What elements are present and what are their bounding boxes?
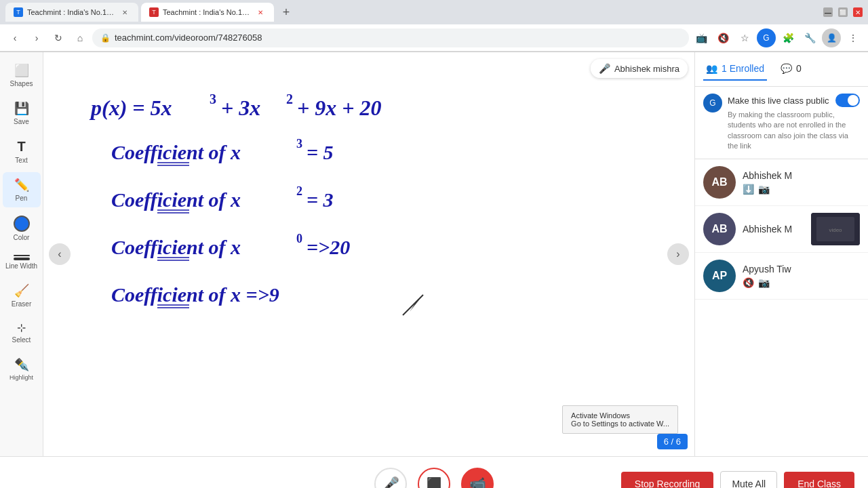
tool-shapes[interactable]: ⬜ Shapes bbox=[3, 58, 41, 93]
participants-list: AB Abhishek M ⬇️ 📷 AB Abhishek M bbox=[695, 159, 868, 456]
tab-favicon-1: T bbox=[14, 7, 23, 17]
pen-icon: ✏️ bbox=[14, 178, 29, 192]
extensions-icon[interactable]: G bbox=[757, 28, 776, 47]
tool-highlight[interactable]: ✒️ Highlight bbox=[3, 352, 41, 386]
tab-close-2[interactable]: ✕ bbox=[255, 7, 266, 18]
maximize-button[interactable]: ⬜ bbox=[838, 7, 848, 17]
back-button[interactable]: ‹ bbox=[5, 28, 24, 47]
participant-item: AB Abhishek M ⬇️ 📷 bbox=[695, 159, 868, 206]
video-off-icon-1: 📷 bbox=[758, 184, 770, 195]
svg-text:Coefficient of x: Coefficient of x bbox=[111, 188, 241, 211]
mic-indicator: 🎤 Abhishek mishra bbox=[591, 59, 688, 78]
right-panel: 👥 1 Enrolled 💬 0 G Make this live class … bbox=[694, 52, 868, 456]
public-label: Make this live class public bbox=[728, 96, 829, 106]
participant-initials-1: AB bbox=[711, 176, 727, 188]
participant-icons-3: 🔇 📷 bbox=[743, 277, 860, 288]
color-circle bbox=[14, 216, 30, 232]
svg-text:3: 3 bbox=[296, 137, 302, 150]
cast-icon[interactable]: 📺 bbox=[692, 28, 711, 47]
tool-color[interactable]: Color bbox=[3, 210, 41, 247]
public-row: Make this live class public bbox=[728, 94, 860, 107]
participant-icons-1: ⬇️ 📷 bbox=[743, 184, 860, 195]
mute-all-button[interactable]: Mute All bbox=[720, 471, 777, 489]
menu-icon[interactable]: ⋮ bbox=[844, 28, 863, 47]
video-btn-icon: 📹 bbox=[469, 476, 486, 489]
next-page-button[interactable]: › bbox=[667, 243, 689, 265]
participant-item-3: AP Apyush Tiw 🔇 📷 bbox=[695, 253, 868, 300]
browser-tab-2[interactable]: T Teachmint : India's No.1 Onl... ✕ bbox=[141, 3, 274, 22]
mic-indicator-icon: 🎤 bbox=[599, 63, 610, 74]
previous-page-button[interactable]: ‹ bbox=[49, 243, 71, 265]
participant-info-2: Abhishek M bbox=[743, 224, 804, 235]
public-avatar-icon: G bbox=[709, 98, 715, 108]
address-bar[interactable]: 🔒 teachmint.com/videoroom/748276058 bbox=[92, 28, 689, 47]
enrolled-icon: 👥 bbox=[706, 63, 717, 74]
svg-text:Coefficient of x =>9: Coefficient of x =>9 bbox=[111, 283, 279, 306]
svg-text:Coefficient of x: Coefficient of x bbox=[111, 141, 241, 163]
enrolled-count: 1 Enrolled bbox=[722, 63, 764, 74]
participant-avatar-1: AB bbox=[703, 166, 736, 199]
svg-text:p(x) = 5x: p(x) = 5x bbox=[89, 96, 172, 120]
minimize-button[interactable]: — bbox=[823, 7, 833, 17]
public-avatar: G bbox=[703, 94, 722, 113]
tab-label-2: Teachmint : India's No.1 Onl... bbox=[163, 8, 251, 16]
end-class-button[interactable]: End Class bbox=[784, 472, 854, 489]
whiteboard[interactable]: p(x) = 5x 3 + 3x 2 + 9x + 20 Coefficient… bbox=[43, 52, 694, 456]
mic-button[interactable]: 🎤 bbox=[374, 468, 407, 489]
eraser-icon: 🧹 bbox=[14, 283, 29, 298]
browser-actions: 📺 🔇 ☆ G 🧩 🔧 👤 ⋮ bbox=[692, 28, 863, 47]
tab-close-1[interactable]: ✕ bbox=[119, 7, 130, 18]
svg-text:=>20: =>20 bbox=[307, 236, 350, 258]
chat-tab[interactable]: 💬 0 bbox=[778, 58, 804, 81]
shapes-label: Shapes bbox=[10, 80, 33, 87]
tool-linewidth[interactable]: Line Width bbox=[3, 249, 41, 275]
public-toggle-section: G Make this live class public By making … bbox=[695, 87, 868, 159]
tool-select[interactable]: ⊹ Select bbox=[3, 316, 41, 349]
stop-recording-button[interactable]: Stop Recording bbox=[621, 472, 714, 489]
svg-text:2: 2 bbox=[286, 92, 293, 106]
bottom-center-controls: 🎤 ⬛ 📹 bbox=[374, 468, 494, 489]
video-button[interactable]: 📹 bbox=[461, 468, 494, 489]
svg-text:+ 3x: + 3x bbox=[221, 96, 260, 120]
shapes-icon: ⬜ bbox=[14, 63, 29, 78]
tab-label-1: Teachmint : India's No.1 Online T... bbox=[27, 8, 115, 16]
close-window-button[interactable]: ✕ bbox=[853, 7, 863, 17]
toggle-thumb bbox=[848, 95, 859, 106]
bottom-bar: 🎤 ⬛ 📹 Stop Recording Mute All End Class bbox=[0, 456, 868, 488]
browser-tab-1[interactable]: T Teachmint : India's No.1 Online T... ✕ bbox=[5, 3, 138, 22]
tool-pen[interactable]: ✏️ Pen bbox=[3, 172, 41, 207]
mic-user-name: Abhishek mishra bbox=[614, 64, 679, 74]
svg-text:video: video bbox=[829, 227, 842, 233]
svg-text:3: 3 bbox=[210, 92, 216, 106]
reload-button[interactable]: ↻ bbox=[49, 28, 68, 47]
public-content: Make this live class public By making th… bbox=[728, 94, 860, 152]
forward-button[interactable]: › bbox=[27, 28, 46, 47]
svg-text:0: 0 bbox=[296, 232, 302, 245]
audio-muted-icon-3: 🔇 bbox=[743, 277, 754, 288]
extension-btn-2[interactable]: 🔧 bbox=[800, 28, 819, 47]
whiteboard-content: p(x) = 5x 3 + 3x 2 + 9x + 20 Coefficient… bbox=[43, 52, 694, 456]
highlight-icon: ✒️ bbox=[14, 357, 29, 372]
public-toggle-switch[interactable] bbox=[835, 94, 860, 107]
lock-icon: 🔒 bbox=[100, 33, 111, 43]
mute-tab-icon[interactable]: 🔇 bbox=[713, 28, 732, 47]
text-icon: T bbox=[17, 139, 25, 155]
video-off-icon-3: 📷 bbox=[758, 277, 770, 288]
enrolled-tab[interactable]: 👥 1 Enrolled bbox=[703, 58, 767, 81]
pen-label: Pen bbox=[16, 195, 28, 202]
svg-text:+ 9x + 20: + 9x + 20 bbox=[297, 96, 381, 120]
new-tab-button[interactable]: + bbox=[277, 3, 296, 22]
tool-text[interactable]: T Text bbox=[3, 134, 41, 169]
record-button[interactable]: ⬛ bbox=[418, 468, 450, 489]
participant-name-3: Apyush Tiw bbox=[743, 264, 860, 274]
home-button[interactable]: ⌂ bbox=[71, 28, 90, 47]
participant-info-3: Apyush Tiw 🔇 📷 bbox=[743, 264, 860, 288]
bookmark-icon[interactable]: ☆ bbox=[735, 28, 754, 47]
profile-icon[interactable]: 👤 bbox=[822, 28, 841, 47]
tool-save[interactable]: 💾 Save bbox=[3, 96, 41, 131]
svg-marker-24 bbox=[410, 295, 423, 312]
svg-text:Coefficient of x: Coefficient of x bbox=[111, 236, 241, 258]
tool-eraser[interactable]: 🧹 Eraser bbox=[3, 278, 41, 313]
extension-btn-1[interactable]: 🧩 bbox=[778, 28, 797, 47]
main-layout: ⬜ Shapes 💾 Save T Text ✏️ Pen Color Line… bbox=[0, 52, 868, 456]
